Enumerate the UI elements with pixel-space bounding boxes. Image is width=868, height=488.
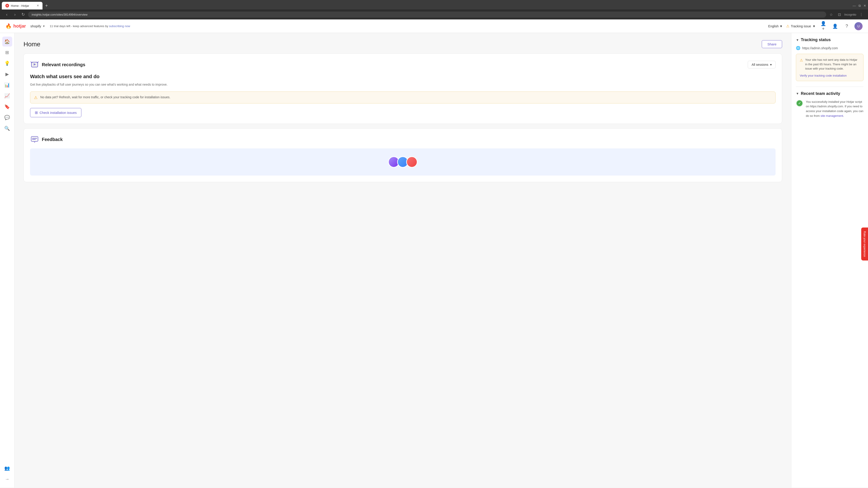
tracking-issue-button[interactable]: ⚠ Tracking issue ▼ bbox=[786, 24, 815, 28]
minimize-button[interactable]: — bbox=[852, 4, 856, 7]
tab-favicon: H bbox=[5, 4, 9, 7]
forward-button[interactable]: › bbox=[12, 11, 18, 18]
check-issues-label: Check installation issues bbox=[39, 111, 76, 115]
site-url-row: 🌐 https://admin.shopify.com bbox=[796, 46, 864, 50]
recordings-icon bbox=[30, 60, 39, 69]
recent-activity-header: ▼ Recent team activity bbox=[796, 91, 864, 96]
help-button[interactable]: ? bbox=[843, 22, 851, 30]
window-controls: — ⧉ ✕ bbox=[852, 4, 866, 8]
sidebar-item-dashboard[interactable]: ⊞ bbox=[2, 47, 12, 57]
content-area: Home Share bbox=[14, 33, 791, 488]
activity-item: ✓ You successfully installed your Hotjar… bbox=[796, 100, 864, 119]
feedback-card: Feedback bbox=[24, 128, 782, 182]
no-data-warning-text: No data yet? Refresh, wait for more traf… bbox=[40, 95, 170, 100]
tracking-status-collapse-icon[interactable]: ▼ bbox=[796, 38, 799, 42]
site-url: https://admin.shopify.com bbox=[802, 46, 838, 50]
active-tab[interactable]: H Home - Hotjar × bbox=[2, 2, 42, 9]
recordings-card-title: Relevant recordings bbox=[42, 62, 85, 67]
tracking-issue-label: Tracking issue bbox=[791, 24, 811, 28]
app-header: 🔥 hotjar shopify ▼ 11 trial days left - … bbox=[0, 20, 868, 33]
tracking-warning-text: Your site has not sent any data to Hotja… bbox=[805, 58, 860, 71]
feedback-card-title: Feedback bbox=[42, 137, 63, 142]
activity-check-icon: ✓ bbox=[796, 100, 803, 107]
no-data-warning: ⚠ No data yet? Refresh, wait for more tr… bbox=[30, 92, 776, 103]
globe-icon: 🌐 bbox=[796, 46, 800, 50]
tab-title: Home - Hotjar bbox=[11, 4, 29, 7]
sidebar-item-analytics[interactable]: 📊 bbox=[2, 80, 12, 90]
recordings-card: Relevant recordings All sessions ▾ Watch… bbox=[24, 54, 782, 124]
site-selector[interactable]: shopify ▼ bbox=[31, 24, 45, 28]
sidebar-item-team[interactable]: 👥 bbox=[2, 463, 12, 473]
restore-button[interactable]: ⧉ bbox=[859, 4, 861, 8]
sidebar: 🏠 ⊞ 💡 ▶ 📊 📈 🔖 💬 🔍 👥 → bbox=[0, 33, 14, 488]
tracking-status-header: ▼ Tracking status bbox=[796, 37, 864, 42]
browser-chrome: H Home - Hotjar × + — ⧉ ✕ ‹ › ↻ insights… bbox=[0, 0, 868, 20]
sessions-dropdown-label: All sessions bbox=[752, 63, 768, 66]
user-avatar[interactable]: U bbox=[855, 22, 863, 30]
hotjar-logo: 🔥 hotjar bbox=[5, 23, 26, 29]
rate-experience-tab[interactable]: Rate your experience bbox=[861, 228, 868, 260]
browser-controls: ‹ › ↻ insights.hotjar.com/sites/3814994/… bbox=[0, 9, 868, 20]
app-container: 🔥 hotjar shopify ▼ 11 trial days left - … bbox=[0, 20, 868, 488]
sidebar-bottom: 👥 → bbox=[2, 463, 12, 484]
feedback-preview bbox=[30, 149, 776, 175]
recent-activity-section: ▼ Recent team activity ✓ You successfull… bbox=[796, 91, 864, 119]
sessions-dropdown[interactable]: All sessions ▾ bbox=[748, 61, 776, 68]
avatar-3 bbox=[406, 156, 417, 168]
bookmark-button[interactable]: ☆ bbox=[828, 11, 834, 18]
check-installation-button[interactable]: ⊞ Check installation issues bbox=[30, 108, 81, 117]
address-bar[interactable]: insights.hotjar.com/sites/3814994/overvi… bbox=[28, 11, 826, 18]
activity-suffix: . bbox=[843, 114, 844, 118]
tab-close-button[interactable]: × bbox=[37, 4, 39, 8]
tracking-warning-header: ⚠ Your site has not sent any data to Hot… bbox=[800, 58, 860, 71]
subscribe-link[interactable]: subscribing now bbox=[109, 24, 130, 28]
verify-tracking-link[interactable]: Verify your tracking code installation bbox=[800, 74, 846, 77]
browser-action-buttons: ☆ ⊡ Incognito ⋮ bbox=[828, 11, 864, 18]
tab-bar: H Home - Hotjar × + — ⧉ ✕ bbox=[0, 0, 868, 9]
panel-divider bbox=[796, 87, 864, 87]
flame-icon: 🔥 bbox=[5, 23, 11, 29]
sidebar-item-recordings[interactable]: ▶ bbox=[2, 69, 12, 79]
sidebar-item-observe[interactable]: 🔍 bbox=[2, 123, 12, 133]
page-title: Home bbox=[24, 41, 40, 48]
recordings-section-subtitle: Get live playbacks of full user journeys… bbox=[30, 82, 776, 87]
feedback-icon bbox=[30, 135, 39, 144]
recent-activity-collapse-icon[interactable]: ▼ bbox=[796, 92, 799, 95]
trial-text: 11 trial days left - keep advanced featu… bbox=[50, 24, 109, 28]
language-label: English bbox=[768, 24, 779, 28]
sidebar-item-feedback[interactable]: 💬 bbox=[2, 112, 12, 123]
check-issues-icon: ⊞ bbox=[35, 110, 38, 115]
recordings-card-header: Relevant recordings All sessions ▾ bbox=[30, 60, 776, 69]
tracking-status-section: ▼ Tracking status 🌐 https://admin.shopif… bbox=[796, 37, 864, 81]
close-button[interactable]: ✕ bbox=[864, 4, 866, 7]
sidebar-item-surveys[interactable]: 🔖 bbox=[2, 102, 12, 111]
tracking-status-title: Tracking status bbox=[801, 37, 831, 42]
sidebar-collapse-button[interactable]: → bbox=[2, 474, 12, 484]
tracking-warning-icon: ⚠ bbox=[786, 24, 789, 28]
menu-button[interactable]: ⋮ bbox=[858, 11, 864, 18]
sessions-dropdown-chevron: ▾ bbox=[770, 63, 772, 66]
share-button[interactable]: Share bbox=[762, 40, 782, 48]
page-header: Home Share bbox=[24, 40, 782, 48]
activity-text: You successfully installed your Hotjar s… bbox=[806, 100, 864, 119]
new-tab-button[interactable]: + bbox=[43, 2, 50, 9]
tracking-issue-chevron: ▼ bbox=[812, 24, 815, 28]
sidebar-item-home[interactable]: 🏠 bbox=[2, 37, 12, 46]
card-title-row: Relevant recordings bbox=[30, 60, 85, 69]
add-user-button[interactable]: 👤+ bbox=[819, 22, 827, 30]
main-layout: 🏠 ⊞ 💡 ▶ 📊 📈 🔖 💬 🔍 👥 → Home Share bbox=[0, 33, 868, 488]
recent-activity-title: Recent team activity bbox=[801, 91, 840, 96]
site-management-link[interactable]: site management bbox=[820, 114, 843, 118]
reload-button[interactable]: ↻ bbox=[20, 11, 26, 18]
tracking-warning-box: ⚠ Your site has not sent any data to Hot… bbox=[796, 54, 864, 81]
sidebar-item-funnels[interactable]: 📈 bbox=[2, 91, 12, 101]
sidebar-item-insights[interactable]: 💡 bbox=[2, 58, 12, 68]
language-selector[interactable]: English ▼ bbox=[768, 24, 783, 28]
split-view-button[interactable]: ⊡ bbox=[836, 11, 842, 18]
recordings-section-heading: Watch what users see and do bbox=[30, 74, 776, 79]
manage-account-button[interactable]: 👤 bbox=[831, 22, 839, 30]
back-button[interactable]: ‹ bbox=[4, 11, 10, 18]
logo-text: hotjar bbox=[13, 24, 26, 29]
language-chevron: ▼ bbox=[780, 24, 783, 28]
avatar-group bbox=[388, 156, 417, 168]
